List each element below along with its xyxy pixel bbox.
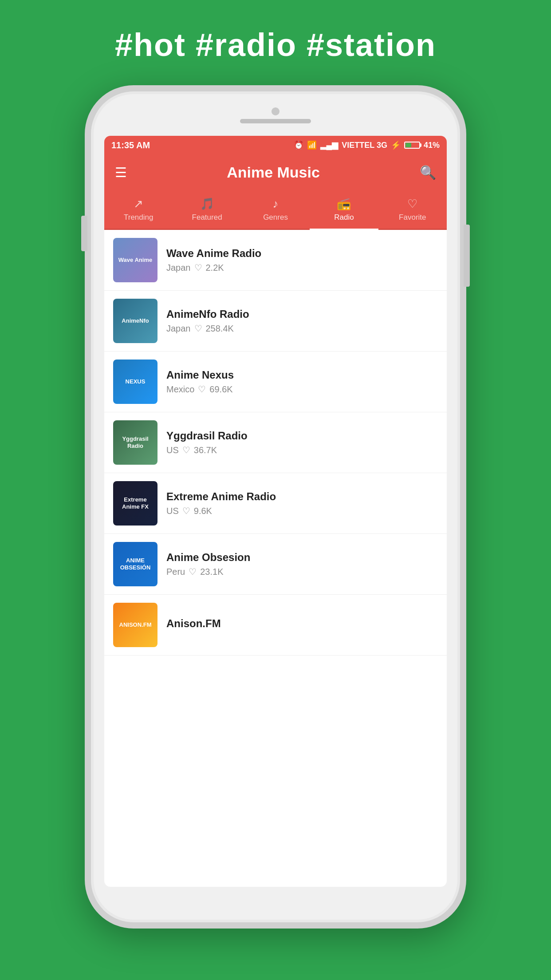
station-meta: Japan ♡ 258.4K: [166, 323, 438, 334]
station-item[interactable]: Wave Anime Wave Anime Radio Japan ♡ 2.2K: [104, 230, 447, 291]
favorite-icon: ♡: [407, 197, 417, 211]
station-meta: US ♡ 36.7K: [166, 445, 438, 455]
station-item[interactable]: NEXUS Anime Nexus Mexico ♡ 69.6K: [104, 352, 447, 412]
station-country: Japan: [166, 263, 191, 273]
station-thumb: Extreme Anime FX: [113, 481, 157, 526]
thumb-label: AnimeNfo: [120, 316, 150, 326]
tab-featured[interactable]: 🎵 Featured: [173, 190, 241, 230]
station-item[interactable]: Extreme Anime FX Extreme Anime Radio US …: [104, 473, 447, 534]
signal-icon: ▂▄▆: [320, 140, 338, 150]
station-meta: Peru ♡ 23.1K: [166, 566, 438, 577]
phone-screen: 11:35 AM ⏰ 📶 ▂▄▆ VIETTEL 3G ⚡ 41% ☰ Anim…: [104, 136, 447, 887]
tab-radio-label: Radio: [334, 213, 354, 222]
phone-camera: [272, 107, 279, 115]
tab-genres[interactable]: ♪ Genres: [241, 190, 310, 230]
station-thumb: Yggdrasil Radio: [113, 420, 157, 465]
app-title: Anime Music: [227, 164, 320, 181]
station-thumb: NEXUS: [113, 360, 157, 404]
alarm-icon: ⏰: [294, 140, 303, 150]
status-bar: 11:35 AM ⏰ 📶 ▂▄▆ VIETTEL 3G ⚡ 41%: [104, 136, 447, 154]
station-likes: 258.4K: [206, 324, 234, 334]
side-button-right: [464, 225, 470, 287]
status-right: ⏰ 📶 ▂▄▆ VIETTEL 3G ⚡ 41%: [294, 140, 440, 150]
station-name: Yggdrasil Radio: [166, 430, 438, 442]
station-thumb: Wave Anime: [113, 238, 157, 282]
battery-bar: [404, 142, 420, 149]
station-thumb: ANISON.FM: [113, 603, 157, 647]
thumb-label: ANISON.FM: [118, 620, 153, 630]
featured-icon: 🎵: [200, 197, 214, 211]
heart-icon: ♡: [194, 323, 202, 334]
station-info: AnimeNfo Radio Japan ♡ 258.4K: [166, 308, 438, 334]
trending-icon: ↗: [134, 197, 143, 211]
phone-mockup: 11:35 AM ⏰ 📶 ▂▄▆ VIETTEL 3G ⚡ 41% ☰ Anim…: [85, 85, 466, 929]
station-name: Anison.FM: [166, 617, 438, 630]
bolt-icon: ⚡: [391, 140, 401, 150]
station-info: Anime Obsesion Peru ♡ 23.1K: [166, 551, 438, 577]
thumb-label: ANIME OBSESIÓN: [113, 555, 157, 573]
station-likes: 69.6K: [209, 384, 232, 395]
side-button-left: [81, 216, 87, 251]
station-country: Peru: [166, 567, 185, 577]
hamburger-menu-icon[interactable]: ☰: [115, 165, 127, 180]
station-likes: 9.6K: [194, 506, 212, 516]
tab-trending-label: Trending: [124, 213, 153, 222]
tab-favorite[interactable]: ♡ Favorite: [378, 190, 447, 230]
carrier-text: VIETTEL 3G: [342, 141, 387, 150]
station-likes: 2.2K: [206, 263, 224, 273]
status-time: 11:35 AM: [111, 140, 150, 150]
tab-radio[interactable]: 📻 Radio: [310, 190, 378, 230]
station-meta: Japan ♡ 2.2K: [166, 262, 438, 273]
thumb-label: Wave Anime: [117, 255, 154, 265]
station-likes: 36.7K: [194, 445, 217, 455]
station-likes: 23.1K: [200, 567, 223, 577]
station-country: US: [166, 445, 179, 455]
station-info: Anison.FM: [166, 617, 438, 632]
thumb-label: NEXUS: [124, 376, 147, 387]
heart-icon: ♡: [194, 262, 202, 273]
station-thumb: AnimeNfo: [113, 299, 157, 343]
station-country: Japan: [166, 324, 191, 334]
station-name: Anime Nexus: [166, 369, 438, 381]
station-thumb: ANIME OBSESIÓN: [113, 542, 157, 586]
genres-icon: ♪: [273, 197, 279, 211]
heart-icon: ♡: [198, 384, 206, 395]
station-country: Mexico: [166, 384, 194, 395]
station-name: AnimeNfo Radio: [166, 308, 438, 320]
search-icon[interactable]: 🔍: [420, 165, 436, 180]
radio-icon: 📻: [337, 197, 351, 211]
tab-genres-label: Genres: [263, 213, 288, 222]
station-info: Wave Anime Radio Japan ♡ 2.2K: [166, 247, 438, 273]
battery-percent: 41%: [424, 141, 440, 150]
page-header-title: #hot #radio #station: [97, 0, 454, 81]
phone-speaker: [240, 119, 311, 123]
station-item[interactable]: AnimeNfo AnimeNfo Radio Japan ♡ 258.4K: [104, 291, 447, 352]
station-info: Yggdrasil Radio US ♡ 36.7K: [166, 430, 438, 455]
heart-icon: ♡: [182, 445, 190, 455]
station-name: Extreme Anime Radio: [166, 490, 438, 503]
nav-tabs: ↗ Trending 🎵 Featured ♪ Genres 📻 Radio ♡: [104, 190, 447, 230]
tab-featured-label: Featured: [192, 213, 222, 222]
heart-icon: ♡: [189, 566, 197, 577]
battery-fill: [405, 143, 411, 147]
tab-favorite-label: Favorite: [399, 213, 426, 222]
station-item[interactable]: ANIME OBSESIÓN Anime Obsesion Peru ♡ 23.…: [104, 534, 447, 595]
tab-trending[interactable]: ↗ Trending: [104, 190, 173, 230]
wifi-icon: 📶: [307, 140, 317, 150]
heart-icon: ♡: [182, 506, 190, 516]
station-name: Wave Anime Radio: [166, 247, 438, 260]
station-item[interactable]: Yggdrasil Radio Yggdrasil Radio US ♡ 36.…: [104, 412, 447, 473]
thumb-label: Yggdrasil Radio: [113, 434, 157, 451]
station-list: Wave Anime Wave Anime Radio Japan ♡ 2.2K: [104, 230, 447, 887]
thumb-label: Extreme Anime FX: [113, 494, 157, 512]
station-name: Anime Obsesion: [166, 551, 438, 564]
app-header: ☰ Anime Music 🔍: [104, 154, 447, 190]
station-info: Anime Nexus Mexico ♡ 69.6K: [166, 369, 438, 395]
station-info: Extreme Anime Radio US ♡ 9.6K: [166, 490, 438, 516]
phone-shell: 11:35 AM ⏰ 📶 ▂▄▆ VIETTEL 3G ⚡ 41% ☰ Anim…: [85, 85, 466, 929]
station-country: US: [166, 506, 179, 516]
station-meta: US ♡ 9.6K: [166, 506, 438, 516]
station-item[interactable]: ANISON.FM Anison.FM: [104, 595, 447, 656]
station-meta: Mexico ♡ 69.6K: [166, 384, 438, 395]
